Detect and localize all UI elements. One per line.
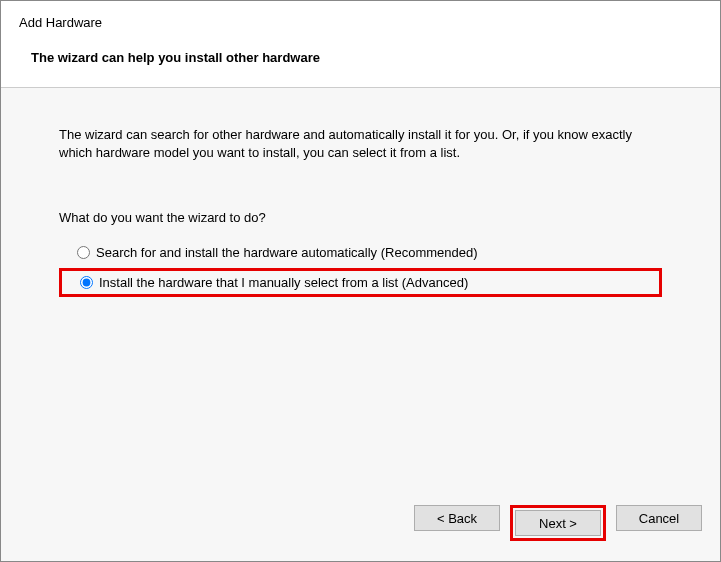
back-button-wrapper: < Back — [414, 505, 500, 541]
radio-auto-search[interactable] — [77, 246, 90, 259]
wizard-question: What do you want the wizard to do? — [59, 210, 662, 225]
wizard-description: The wizard can search for other hardware… — [59, 126, 662, 162]
next-button[interactable]: Next > — [515, 510, 601, 536]
cancel-button-wrapper: Cancel — [616, 505, 702, 541]
radio-manual-select[interactable] — [80, 276, 93, 289]
wizard-subtitle: The wizard can help you install other ha… — [19, 50, 702, 65]
window-title: Add Hardware — [19, 15, 702, 30]
wizard-body: The wizard can search for other hardware… — [1, 88, 720, 491]
cancel-button[interactable]: Cancel — [616, 505, 702, 531]
wizard-footer: < Back Next > Cancel — [1, 491, 720, 561]
add-hardware-wizard: Add Hardware The wizard can help you ins… — [0, 0, 721, 562]
option-label-auto[interactable]: Search for and install the hardware auto… — [96, 245, 478, 260]
option-label-manual[interactable]: Install the hardware that I manually sel… — [99, 275, 468, 290]
option-auto-search[interactable]: Search for and install the hardware auto… — [59, 241, 662, 264]
option-manual-select[interactable]: Install the hardware that I manually sel… — [59, 268, 662, 297]
wizard-header: Add Hardware The wizard can help you ins… — [1, 1, 720, 88]
next-button-wrapper: Next > — [510, 505, 606, 541]
back-button[interactable]: < Back — [414, 505, 500, 531]
